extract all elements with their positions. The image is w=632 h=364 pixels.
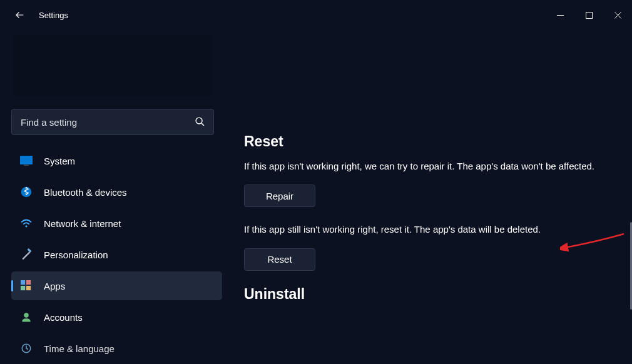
uninstall-heading: Uninstall <box>244 286 613 303</box>
svg-point-6 <box>25 225 27 227</box>
sidebar-item-accounts[interactable]: Accounts <box>11 303 222 331</box>
reset-button[interactable]: Reset <box>244 248 315 271</box>
svg-rect-10 <box>21 286 25 290</box>
svg-point-12 <box>24 313 29 318</box>
back-arrow-icon <box>14 9 26 21</box>
window-controls <box>546 6 632 24</box>
sidebar-item-label: Time & language <box>44 343 115 354</box>
display-icon <box>20 154 33 167</box>
reset-button-label: Reset <box>267 254 292 265</box>
titlebar: Settings <box>0 0 632 30</box>
sidebar-item-label: Personalization <box>44 250 108 260</box>
repair-description: If this app isn't working right, we can … <box>244 159 594 173</box>
sidebar-item-label: Bluetooth & devices <box>44 187 127 198</box>
repair-button-label: Repair <box>266 191 293 201</box>
svg-rect-3 <box>20 156 33 164</box>
close-button[interactable] <box>603 6 632 24</box>
bluetooth-icon <box>20 186 33 198</box>
svg-rect-11 <box>26 286 31 290</box>
svg-rect-4 <box>24 165 29 166</box>
titlebar-left: Settings <box>13 8 68 23</box>
svg-rect-8 <box>21 280 25 285</box>
paintbrush-icon <box>20 248 33 261</box>
nav-list: System Bluetooth & devices Network & int… <box>0 146 225 363</box>
app-title: Settings <box>39 11 68 20</box>
svg-rect-0 <box>557 15 564 16</box>
maximize-icon <box>586 12 593 19</box>
sidebar-item-personalization[interactable]: Personalization <box>11 240 222 269</box>
maximize-button[interactable] <box>574 6 603 24</box>
minimize-button[interactable] <box>546 6 574 24</box>
content: System Bluetooth & devices Network & int… <box>0 30 632 364</box>
minimize-icon <box>557 12 564 19</box>
back-button[interactable] <box>13 8 28 23</box>
sidebar-item-label: Apps <box>44 281 65 291</box>
svg-rect-9 <box>26 280 31 285</box>
sidebar-item-system[interactable]: System <box>11 146 222 175</box>
sidebar-item-time-language[interactable]: Time & language <box>11 334 222 363</box>
repair-button[interactable]: Repair <box>244 185 315 207</box>
sidebar-item-apps[interactable]: Apps <box>11 271 222 300</box>
wifi-icon <box>20 217 33 230</box>
search-input[interactable] <box>11 109 214 135</box>
svg-rect-1 <box>586 12 592 18</box>
apps-icon <box>20 280 33 292</box>
main-content: Reset If this app isn't working right, w… <box>225 30 632 364</box>
sidebar-item-bluetooth[interactable]: Bluetooth & devices <box>11 178 222 206</box>
svg-point-2 <box>196 118 202 124</box>
close-icon <box>614 12 621 19</box>
sidebar-item-label: Network & internet <box>44 218 121 229</box>
sidebar-item-label: System <box>44 156 75 166</box>
sidebar: System Bluetooth & devices Network & int… <box>0 30 225 364</box>
sidebar-item-label: Accounts <box>44 312 83 323</box>
globe-clock-icon <box>20 342 33 355</box>
sidebar-item-network[interactable]: Network & internet <box>11 209 222 238</box>
reset-heading: Reset <box>244 133 613 150</box>
reset-description: If this app still isn't working right, r… <box>244 222 594 236</box>
person-icon <box>20 311 33 323</box>
user-block <box>13 35 213 96</box>
search-wrap <box>11 109 214 135</box>
search-icon <box>195 116 205 129</box>
